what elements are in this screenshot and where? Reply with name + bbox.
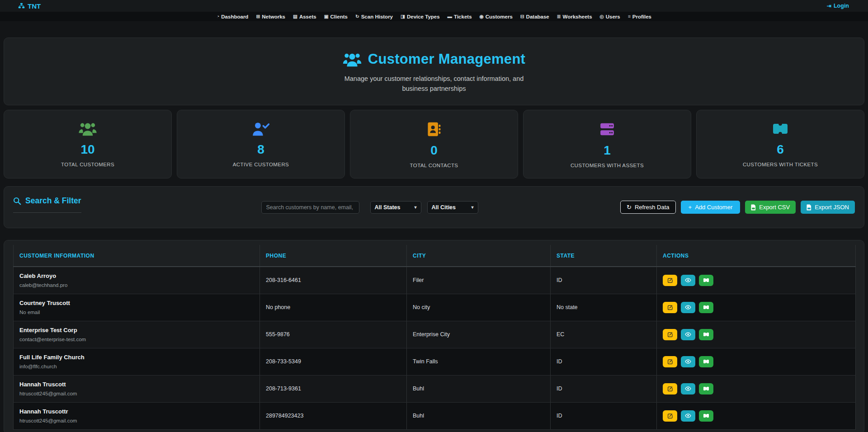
customer-name: Courtney Truscott	[19, 300, 253, 306]
login-link[interactable]: ⇥ Login	[827, 3, 849, 9]
stats-row: 10 TOTAL CUSTOMERS 8 ACTIVE CUSTOMERS	[4, 110, 864, 178]
edit-customer-button[interactable]	[663, 410, 677, 422]
col-header-phone: PHONE	[260, 245, 407, 267]
ticket-customer-button[interactable]	[699, 410, 713, 422]
stat-label: TOTAL CUSTOMERS	[61, 162, 114, 167]
customer-state: ID	[551, 267, 657, 294]
ticket-icon	[703, 277, 709, 283]
edit-icon	[667, 386, 673, 392]
eye-icon	[685, 305, 691, 310]
nav-item-worksheets[interactable]: ≣Worksheets	[557, 14, 592, 19]
customer-city: Filer	[407, 267, 551, 294]
nav-item-customers[interactable]: ◉Customers	[480, 14, 513, 19]
nav-item-device-types[interactable]: ◨Device Types	[401, 14, 440, 19]
edit-customer-button[interactable]	[663, 329, 677, 340]
customer-name: Caleb Arroyo	[19, 272, 253, 279]
edit-customer-button[interactable]	[663, 275, 677, 286]
add-customer-button[interactable]: + Add Customer	[681, 201, 741, 214]
eye-icon	[685, 359, 691, 364]
device-icon: ◨	[401, 14, 405, 19]
main-nav: ◔Dashboard ⊞Networks ▤Assets ▣Clients ↻S…	[0, 12, 868, 21]
edit-icon	[667, 359, 673, 365]
stat-value: 0	[430, 143, 438, 158]
nav-item-clients[interactable]: ▣Clients	[324, 14, 348, 19]
view-customer-button[interactable]	[681, 383, 695, 394]
ticket-icon	[703, 359, 709, 364]
ticket-icon	[703, 386, 709, 391]
export-csv-button[interactable]: Export CSV	[745, 201, 796, 214]
table-row: Hannah Truscott htruscott245@gmail.com 2…	[14, 376, 856, 403]
users-green-icon	[79, 122, 97, 136]
nav-item-dashboard[interactable]: ◔Dashboard	[217, 14, 248, 19]
ticket-icon	[703, 305, 709, 310]
stat-card-active-customers: 8 ACTIVE CUSTOMERS	[177, 110, 345, 178]
ticket-customer-button[interactable]	[699, 356, 713, 367]
edit-customer-button[interactable]	[663, 302, 677, 313]
col-header-customer-information: CUSTOMER INFORMATION	[14, 245, 260, 267]
brand-link[interactable]: TNT	[18, 2, 41, 10]
nav-item-networks[interactable]: ⊞Networks	[256, 14, 285, 19]
page-header: Customer Management Manage your customer…	[4, 38, 864, 105]
edit-customer-button[interactable]	[663, 383, 677, 394]
stat-value: 1	[604, 143, 611, 158]
ticket-customer-button[interactable]	[699, 329, 713, 340]
brand-label: TNT	[28, 2, 41, 10]
view-customer-button[interactable]	[681, 275, 695, 286]
plus-icon: +	[689, 204, 692, 210]
stat-label: ACTIVE CUSTOMERS	[233, 162, 289, 167]
view-customer-button[interactable]	[681, 302, 695, 313]
table-row: Enterprise Test Corp contact@enterprise-…	[14, 321, 856, 348]
row-actions	[663, 275, 849, 286]
col-header-city: CITY	[407, 245, 551, 267]
city-filter-value: All Cities	[432, 204, 456, 211]
ticket-customer-button[interactable]	[699, 383, 713, 394]
users-icon: ◎	[600, 14, 604, 19]
search-input[interactable]	[261, 201, 359, 214]
customer-phone: No phone	[260, 294, 407, 321]
row-actions	[663, 410, 849, 422]
dashboard-icon: ◔	[217, 14, 219, 19]
state-filter-select[interactable]: All States ▾	[370, 201, 421, 214]
top-navbar: TNT ⇥ Login	[0, 0, 868, 12]
nav-item-users[interactable]: ◎Users	[600, 14, 620, 19]
customer-name: Hannah Truscottr	[19, 408, 253, 415]
customer-phone: 208-316-6461	[260, 267, 407, 294]
customer-state: ID	[551, 348, 657, 376]
ticket-customer-button[interactable]	[699, 302, 713, 313]
server-icon	[599, 122, 615, 137]
eye-icon	[685, 277, 691, 283]
nav-label: Device Types	[407, 14, 440, 19]
refresh-data-button[interactable]: ↻ Refresh Data	[620, 201, 676, 214]
assets-icon: ▤	[293, 14, 297, 19]
nav-item-assets[interactable]: ▤Assets	[293, 14, 316, 19]
database-icon: ⊟	[520, 14, 524, 19]
eye-icon	[685, 413, 691, 418]
customer-city: No city	[407, 294, 551, 321]
ticket-customer-button[interactable]	[699, 275, 713, 286]
view-customer-button[interactable]	[681, 329, 695, 340]
stat-card-customers-with-assets: 1 CUSTOMERS WITH ASSETS	[523, 110, 691, 178]
nav-item-profiles[interactable]: ≡Profiles	[628, 14, 651, 19]
search-filter-panel: Search & Filter All States ▾ All Cities …	[4, 186, 864, 228]
customer-name: Enterprise Test Corp	[19, 327, 253, 333]
refresh-icon: ↻	[627, 204, 632, 210]
nav-item-scan-history[interactable]: ↻Scan History	[355, 14, 393, 19]
sign-in-icon: ⇥	[827, 3, 831, 9]
view-customer-button[interactable]	[681, 356, 695, 367]
chevron-down-icon: ▾	[472, 205, 474, 210]
city-filter-select[interactable]: All Cities ▾	[427, 201, 478, 214]
filter-actions: ↻ Refresh Data + Add Customer Export CSV	[620, 201, 855, 214]
state-filter-value: All States	[375, 204, 401, 211]
nav-item-tickets[interactable]: ▬Tickets	[448, 14, 472, 19]
customer-email: contact@enterprise-test.com	[19, 337, 253, 342]
nav-item-database[interactable]: ⊟Database	[520, 14, 549, 19]
customer-email: htruscott245@gmail.com	[19, 391, 253, 396]
view-customer-button[interactable]	[681, 410, 695, 422]
stat-label: CUSTOMERS WITH ASSETS	[571, 163, 644, 168]
edit-customer-button[interactable]	[663, 356, 677, 367]
stat-value: 6	[777, 142, 784, 157]
customer-phone: 208-733-5349	[260, 348, 407, 376]
customer-phone: 208-713-9361	[260, 376, 407, 403]
export-json-button[interactable]: Export JSON	[801, 201, 855, 214]
eye-icon	[685, 332, 691, 337]
